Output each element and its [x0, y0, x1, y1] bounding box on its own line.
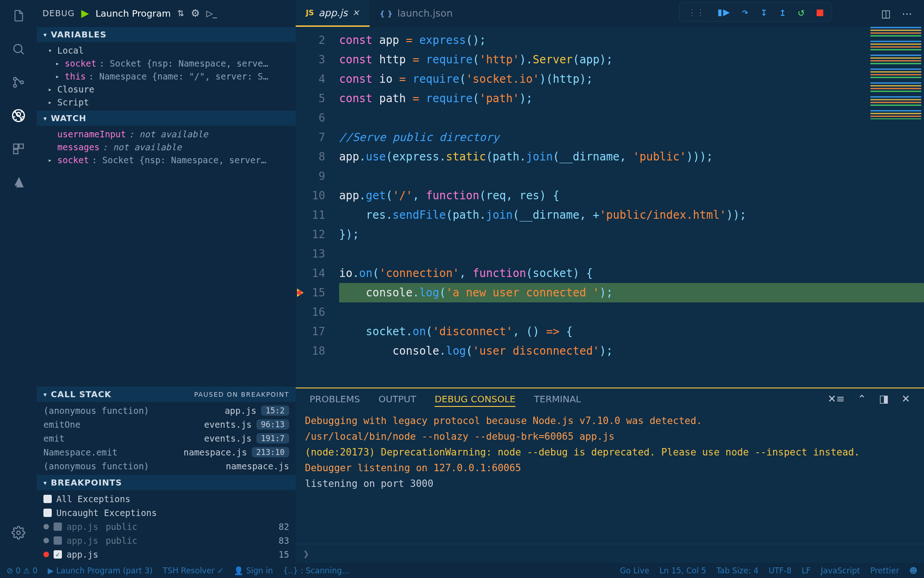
statusbar-item[interactable]: UTF-8	[769, 566, 792, 575]
split-editor-icon[interactable]: ◫	[881, 8, 891, 19]
source-control-icon[interactable]	[9, 73, 28, 92]
checkbox-icon[interactable]: ✓	[54, 550, 62, 559]
variable-row[interactable]: ▸socket: Socket {nsp: Namespace, serve…	[37, 57, 296, 70]
statusbar-item[interactable]: TSH Resolver ✓	[163, 566, 224, 575]
svg-rect-5	[13, 144, 18, 148]
activity-bar	[0, 0, 37, 563]
statusbar-item[interactable]: Go Live	[620, 566, 650, 575]
breakpoint-dot-icon	[43, 552, 49, 557]
tab-launch-json[interactable]: { }launch.json	[370, 0, 463, 27]
watch-row[interactable]: usernameInput: not available	[37, 128, 296, 141]
debug-console-output[interactable]: Debugging with legacy protocol because N…	[296, 409, 924, 544]
extensions-icon[interactable]	[9, 140, 28, 158]
code-area[interactable]: 23456789101112131415161718 const app = e…	[296, 27, 924, 387]
panel-tabs: PROBLEMSOUTPUTDEBUG CONSOLETERMINAL ✕≡ ⌃…	[296, 388, 924, 409]
statusbar-item[interactable]: JavaScript	[821, 566, 860, 575]
code-content[interactable]: const app = express();const http = requi…	[334, 27, 924, 387]
statusbar-item[interactable]: LF	[802, 566, 810, 575]
callstack-row[interactable]: emitOneevents.js96:13	[37, 418, 296, 431]
debug-console-icon[interactable]: ▷_	[207, 8, 217, 18]
statusbar-item[interactable]: Tab Size: 4	[717, 566, 759, 575]
files-icon[interactable]	[9, 6, 28, 25]
panel-tab[interactable]: DEBUG CONSOLE	[435, 394, 516, 405]
close-icon[interactable]: ✕	[352, 8, 359, 18]
close-panel-icon[interactable]: ✕	[902, 393, 910, 405]
config-gear-icon[interactable]: ⚙	[191, 7, 200, 19]
svg-point-1	[13, 77, 16, 80]
checkbox-icon[interactable]: ✓	[43, 509, 52, 517]
grip-icon[interactable]: ⋮⋮	[688, 7, 705, 17]
svg-point-3	[20, 81, 23, 84]
more-icon[interactable]: ⋯	[902, 8, 912, 19]
step-into-icon[interactable]: ↧	[760, 6, 767, 18]
watch-row[interactable]: messages: not available	[37, 141, 296, 154]
svg-point-0	[14, 44, 22, 53]
variables-closure-scope[interactable]: ▸Closure	[37, 83, 296, 96]
minimap[interactable]	[870, 27, 921, 119]
breakpoint-all-exceptions[interactable]: ✓All Exceptions	[37, 492, 296, 506]
callstack-row[interactable]: Namespace.emitnamespace.js213:10	[37, 445, 296, 459]
callstack-row[interactable]: (anonymous function)app.js15:2	[37, 404, 296, 418]
statusbar-item[interactable]: {..} : Scanning...	[283, 566, 350, 575]
azure-icon[interactable]	[9, 173, 28, 191]
clear-console-icon[interactable]: ✕≡	[827, 393, 845, 405]
debug-config-name[interactable]: Launch Program	[96, 8, 171, 19]
callstack-row[interactable]: (anonymous function)namespace.js	[37, 459, 296, 473]
debug-header: DEBUG ▶ Launch Program ⇅ ⚙ ▷_	[37, 0, 296, 27]
variables-script-scope[interactable]: ▸Script	[37, 96, 296, 109]
variable-row[interactable]: ▸this: Namespace {name: "/", server: S…	[37, 70, 296, 83]
statusbar-item[interactable]: ☻	[909, 566, 918, 575]
editor: JSapp.js✕ { }launch.json ◫ ⋯ ⋮⋮ ▮▶ ↷ ↧ ↥…	[296, 0, 924, 387]
panel-tab[interactable]: PROBLEMS	[310, 394, 360, 405]
variables-section-header[interactable]: ▾VARIABLES	[37, 27, 296, 42]
statusbar-item[interactable]: ⊘ 0 ⚠ 0	[6, 566, 37, 575]
svg-rect-7	[13, 149, 18, 154]
restart-icon[interactable]: ↺	[798, 6, 804, 18]
step-over-icon[interactable]: ↷	[742, 6, 748, 18]
statusbar-item[interactable]: Prettier	[870, 566, 900, 575]
breakpoint-row[interactable]: ✓app.jspublic83	[37, 534, 296, 547]
svg-rect-6	[19, 144, 23, 148]
json-file-icon: { }	[380, 9, 393, 18]
debug-icon[interactable]	[9, 106, 28, 125]
callstack-row[interactable]: emitevents.js191:7	[37, 431, 296, 445]
watch-row[interactable]: ▸socket: Socket {nsp: Namespace, server…	[37, 154, 296, 166]
statusbar-item[interactable]: ▶ Launch Program (part 3)	[48, 566, 152, 575]
checkbox-icon[interactable]: ✓	[54, 523, 62, 531]
breakpoints-section-header[interactable]: ▾BREAKPOINTS	[37, 475, 296, 490]
tab-app-js[interactable]: JSapp.js✕	[296, 0, 370, 27]
checkbox-icon[interactable]: ✓	[54, 536, 62, 545]
stop-icon[interactable]: ■	[817, 6, 823, 18]
debug-toolbar[interactable]: ⋮⋮ ▮▶ ↷ ↧ ↥ ↺ ■	[680, 3, 832, 21]
breakpoint-dot-icon	[43, 524, 49, 529]
callstack-section-header[interactable]: ▾CALL STACKPAUSED ON BREAKPOINT	[37, 387, 296, 402]
breakpoint-dot-icon	[43, 538, 49, 543]
svg-point-2	[13, 84, 16, 87]
panel-tab[interactable]: OUTPUT	[378, 394, 416, 405]
breakpoint-row[interactable]: ✓app.js15	[37, 547, 296, 561]
debug-sidebar: ▾VARIABLES ▾Local ▸socket: Socket {nsp: …	[37, 27, 296, 563]
svg-point-8	[17, 531, 20, 535]
breakpoint-uncaught-exceptions[interactable]: ✓Uncaught Exceptions	[37, 506, 296, 520]
continue-icon[interactable]: ▮▶	[717, 6, 730, 18]
breakpoint-marker-icon[interactable]	[297, 289, 304, 297]
status-bar: ⊘ 0 ⚠ 0▶ Launch Program (part 3)TSH Reso…	[0, 563, 924, 578]
start-debug-icon[interactable]: ▶	[81, 7, 89, 19]
search-icon[interactable]	[9, 40, 28, 58]
step-out-icon[interactable]: ↥	[779, 6, 786, 18]
collapse-icon[interactable]: ⌃	[857, 393, 866, 405]
js-file-icon: JS	[306, 8, 314, 17]
debug-console-input[interactable]: ❯	[296, 544, 924, 563]
bottom-panel: PROBLEMSOUTPUTDEBUG CONSOLETERMINAL ✕≡ ⌃…	[296, 387, 924, 563]
statusbar-item[interactable]: 👤 Sign in	[234, 566, 273, 575]
statusbar-item[interactable]: Ln 15, Col 5	[659, 566, 706, 575]
debug-label: DEBUG	[43, 8, 75, 18]
checkbox-icon[interactable]: ✓	[43, 495, 52, 503]
panel-tab[interactable]: TERMINAL	[534, 394, 581, 405]
maximize-panel-icon[interactable]: ◨	[879, 393, 889, 405]
config-updown-icon[interactable]: ⇅	[177, 8, 184, 18]
watch-section-header[interactable]: ▾WATCH	[37, 111, 296, 126]
variables-local-scope[interactable]: ▾Local	[37, 44, 296, 57]
breakpoint-row[interactable]: ✓app.jspublic82	[37, 520, 296, 534]
settings-gear-icon[interactable]	[9, 523, 28, 542]
